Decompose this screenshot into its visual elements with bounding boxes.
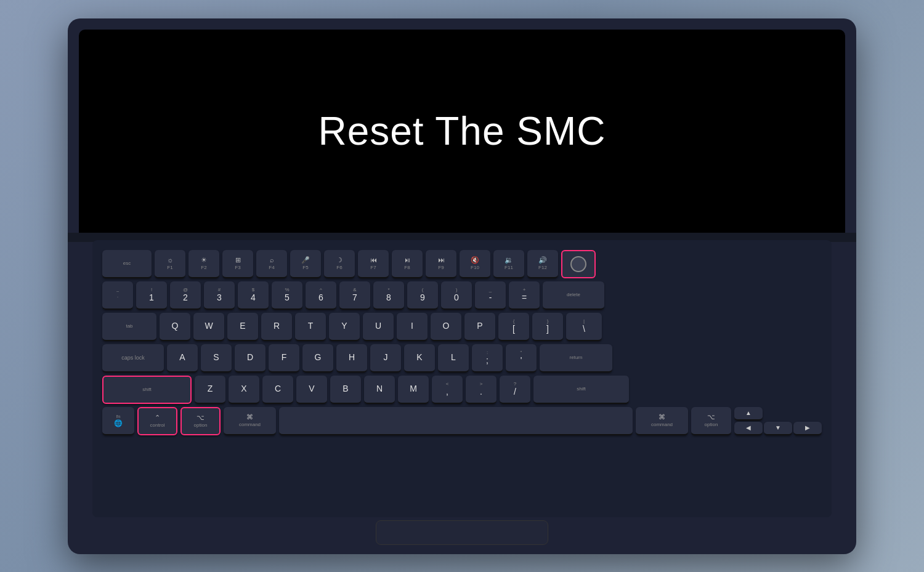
key-s[interactable]: S [201,344,232,373]
key-f8[interactable]: ⏯ F8 [392,250,423,278]
key-i[interactable]: I [397,313,428,341]
key-h[interactable]: H [336,344,367,373]
key-option-right[interactable]: ⌥ option [691,407,731,435]
key-m[interactable]: M [398,376,429,404]
key-arrow-left[interactable]: ◀ [734,422,763,435]
screen-title: Reset The SMC [318,108,606,154]
laptop-body: Reset The SMC esc ☼ F1 ☀ F2 ⊞ [68,18,856,554]
laptop: Reset The SMC esc ☼ F1 ☀ F2 ⊞ [68,18,856,554]
key-f5[interactable]: 🎤 F5 [290,250,321,278]
key-t[interactable]: T [295,313,326,341]
key-p[interactable]: P [464,313,495,341]
key-backslash[interactable]: | \ [566,313,602,341]
key-minus[interactable]: _ - [475,281,506,310]
key-d[interactable]: D [235,344,265,373]
key-5[interactable]: % 5 [272,281,302,310]
key-n[interactable]: N [364,376,395,404]
key-backtick[interactable]: ~ ` [102,281,133,310]
key-f1[interactable]: ☼ F1 [155,250,185,278]
key-esc[interactable]: esc [102,250,152,278]
key-3[interactable]: # 3 [204,281,235,310]
key-control[interactable]: ⌃ control [137,407,177,435]
power-circle-icon [570,256,586,272]
tab-key-row: tab Q W E R T Y U I O P { [ } ] [102,313,822,341]
key-quote[interactable]: " ' [506,344,537,373]
key-f4[interactable]: ⌕ F4 [256,250,287,278]
key-tab[interactable]: tab [102,313,156,341]
key-delete[interactable]: delete [543,281,604,310]
key-f10[interactable]: 🔇 F10 [460,250,490,278]
key-v[interactable]: V [296,376,327,404]
key-arrow-up[interactable]: ▲ [734,407,763,421]
key-w[interactable]: W [193,313,224,341]
bottom-key-row: fn 🌐 ⌃ control ⌥ option ⌘ command [102,407,822,435]
key-z[interactable]: Z [195,376,225,404]
key-f11[interactable]: 🔉 F11 [493,250,524,278]
key-close-bracket[interactable]: } ] [532,313,563,341]
key-spacebar[interactable] [279,407,633,435]
key-7[interactable]: & 7 [339,281,370,310]
key-comma[interactable]: < , [432,376,463,404]
key-equals[interactable]: + = [509,281,540,310]
key-b[interactable]: B [330,376,361,404]
key-period[interactable]: > . [466,376,496,404]
key-slash[interactable]: ? / [500,376,530,404]
key-l[interactable]: L [438,344,469,373]
key-f[interactable]: F [269,344,299,373]
number-key-row: ~ ` ! 1 @ 2 # 3 $ 4 [102,281,822,310]
key-8[interactable]: * 8 [373,281,404,310]
key-f9[interactable]: ⏭ F9 [426,250,456,278]
key-y[interactable]: Y [329,313,360,341]
key-power[interactable] [561,250,596,278]
caps-key-row: caps lock A S D F G H J K L : ; " ' [102,344,822,373]
screen: Reset The SMC [79,30,845,233]
trackpad[interactable] [376,520,548,545]
key-2[interactable]: @ 2 [170,281,201,310]
key-fn[interactable]: fn 🌐 [102,407,134,435]
key-0[interactable]: ) 0 [441,281,472,310]
key-e[interactable]: E [227,313,258,341]
key-j[interactable]: J [370,344,401,373]
fn-key-row: esc ☼ F1 ☀ F2 ⊞ F3 ⌕ F4 [102,250,822,278]
key-u[interactable]: U [363,313,394,341]
key-open-bracket[interactable]: { [ [498,313,529,341]
key-arrow-right[interactable]: ▶ [793,422,822,435]
key-9[interactable]: ( 9 [407,281,438,310]
key-o[interactable]: O [431,313,461,341]
key-f6[interactable]: ☽ F6 [324,250,355,278]
arrow-key-cluster: ▲ ◀ ▼ ▶ [734,407,822,435]
key-command-right[interactable]: ⌘ command [636,407,688,435]
key-shift-right[interactable]: shift [533,376,629,404]
key-f7[interactable]: ⏮ F7 [358,250,389,278]
key-g[interactable]: G [302,344,333,373]
key-k[interactable]: K [404,344,435,373]
shift-key-row: shift Z X C V B N M < , > . ? [102,376,822,404]
key-q[interactable]: Q [160,313,190,341]
key-r[interactable]: R [261,313,292,341]
key-f2[interactable]: ☀ F2 [188,250,219,278]
key-4[interactable]: $ 4 [238,281,269,310]
key-caps-lock[interactable]: caps lock [102,344,164,373]
key-command-left[interactable]: ⌘ command [224,407,276,435]
key-arrow-down[interactable]: ▼ [764,422,792,435]
key-return[interactable]: return [540,344,612,373]
key-option-left[interactable]: ⌥ option [180,407,221,435]
key-a[interactable]: A [167,344,198,373]
key-f12[interactable]: 🔊 F12 [527,250,558,278]
key-semicolon[interactable]: : ; [472,344,503,373]
key-shift-left[interactable]: shift [102,376,192,404]
key-1[interactable]: ! 1 [136,281,167,310]
key-c[interactable]: C [262,376,293,404]
key-6[interactable]: ^ 6 [306,281,336,310]
key-f3[interactable]: ⊞ F3 [222,250,253,278]
key-x[interactable]: X [229,376,259,404]
keyboard-area: esc ☼ F1 ☀ F2 ⊞ F3 ⌕ F4 [92,240,832,517]
